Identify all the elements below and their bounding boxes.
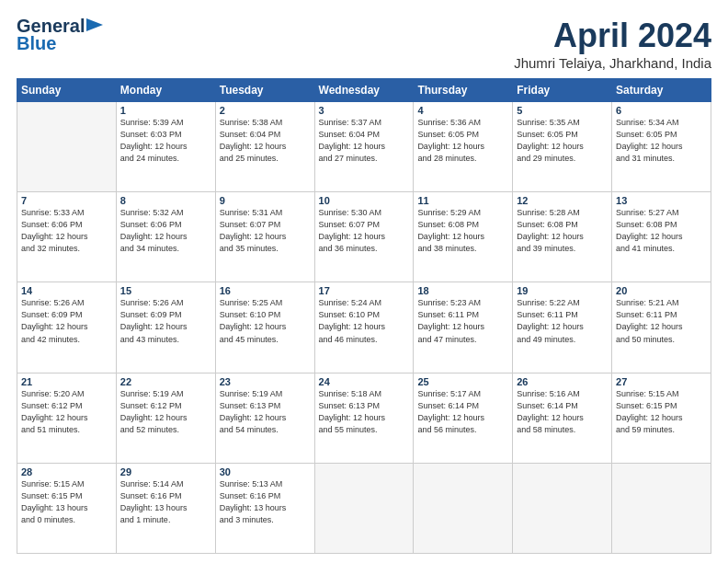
- day-number: 7: [21, 195, 112, 206]
- location: Jhumri Telaiya, Jharkhand, India: [514, 55, 711, 71]
- day-number: 30: [220, 466, 311, 477]
- day-detail: Sunrise: 5:21 AM Sunset: 6:11 PM Dayligh…: [616, 297, 707, 345]
- day-detail: Sunrise: 5:36 AM Sunset: 6:05 PM Dayligh…: [417, 117, 508, 165]
- calendar-day-cell: [513, 463, 612, 553]
- calendar-day-cell: 30Sunrise: 5:13 AM Sunset: 6:16 PM Dayli…: [215, 463, 314, 553]
- day-detail: Sunrise: 5:18 AM Sunset: 6:13 PM Dayligh…: [319, 388, 410, 436]
- calendar-day-cell: 14Sunrise: 5:26 AM Sunset: 6:09 PM Dayli…: [17, 282, 117, 373]
- calendar-day-cell: 15Sunrise: 5:26 AM Sunset: 6:09 PM Dayli…: [116, 282, 215, 373]
- weekday-header-cell: Friday: [513, 79, 612, 102]
- calendar-day-cell: 8Sunrise: 5:32 AM Sunset: 6:06 PM Daylig…: [116, 192, 215, 282]
- calendar-week-row: 21Sunrise: 5:20 AM Sunset: 6:12 PM Dayli…: [17, 373, 711, 463]
- day-detail: Sunrise: 5:23 AM Sunset: 6:11 PM Dayligh…: [417, 297, 508, 345]
- day-number: 8: [120, 195, 211, 206]
- calendar-day-cell: [612, 463, 711, 553]
- calendar-day-cell: 10Sunrise: 5:30 AM Sunset: 6:07 PM Dayli…: [314, 192, 414, 282]
- day-number: 21: [21, 376, 112, 387]
- day-detail: Sunrise: 5:34 AM Sunset: 6:05 PM Dayligh…: [616, 117, 707, 165]
- day-number: 5: [517, 105, 608, 116]
- weekday-header-cell: Saturday: [612, 79, 711, 102]
- logo-arrow-icon: [86, 18, 103, 31]
- calendar-day-cell: 7Sunrise: 5:33 AM Sunset: 6:06 PM Daylig…: [17, 192, 117, 282]
- day-detail: Sunrise: 5:15 AM Sunset: 6:15 PM Dayligh…: [21, 478, 112, 526]
- day-detail: Sunrise: 5:19 AM Sunset: 6:12 PM Dayligh…: [120, 388, 211, 436]
- day-number: 13: [616, 195, 707, 206]
- header: General Blue April 2024 Jhumri Telaiya, …: [17, 17, 711, 71]
- calendar-day-cell: 23Sunrise: 5:19 AM Sunset: 6:13 PM Dayli…: [215, 373, 314, 463]
- weekday-header-row: SundayMondayTuesdayWednesdayThursdayFrid…: [17, 79, 711, 102]
- day-number: 25: [417, 376, 508, 387]
- day-number: 12: [517, 195, 608, 206]
- calendar-body: 1Sunrise: 5:39 AM Sunset: 6:03 PM Daylig…: [17, 102, 711, 554]
- day-number: 20: [616, 285, 707, 296]
- calendar-day-cell: 9Sunrise: 5:31 AM Sunset: 6:07 PM Daylig…: [215, 192, 314, 282]
- day-detail: Sunrise: 5:39 AM Sunset: 6:03 PM Dayligh…: [120, 117, 211, 165]
- day-detail: Sunrise: 5:17 AM Sunset: 6:14 PM Dayligh…: [417, 388, 508, 436]
- day-number: 26: [517, 376, 608, 387]
- calendar-table: SundayMondayTuesdayWednesdayThursdayFrid…: [17, 78, 711, 554]
- calendar-day-cell: 29Sunrise: 5:14 AM Sunset: 6:16 PM Dayli…: [116, 463, 215, 553]
- title-block: April 2024 Jhumri Telaiya, Jharkhand, In…: [514, 17, 711, 71]
- calendar-week-row: 28Sunrise: 5:15 AM Sunset: 6:15 PM Dayli…: [17, 463, 711, 553]
- day-number: 2: [220, 105, 311, 116]
- day-number: 6: [616, 105, 707, 116]
- day-number: 24: [319, 376, 410, 387]
- day-detail: Sunrise: 5:26 AM Sunset: 6:09 PM Dayligh…: [120, 297, 211, 345]
- calendar-day-cell: 22Sunrise: 5:19 AM Sunset: 6:12 PM Dayli…: [116, 373, 215, 463]
- day-detail: Sunrise: 5:33 AM Sunset: 6:06 PM Dayligh…: [21, 207, 112, 255]
- day-number: 23: [220, 376, 311, 387]
- weekday-header-cell: Tuesday: [215, 79, 314, 102]
- svg-marker-0: [86, 18, 103, 31]
- day-number: 4: [417, 105, 508, 116]
- day-detail: Sunrise: 5:31 AM Sunset: 6:07 PM Dayligh…: [220, 207, 311, 255]
- day-detail: Sunrise: 5:25 AM Sunset: 6:10 PM Dayligh…: [220, 297, 311, 345]
- calendar-day-cell: 26Sunrise: 5:16 AM Sunset: 6:14 PM Dayli…: [513, 373, 612, 463]
- calendar-day-cell: 5Sunrise: 5:35 AM Sunset: 6:05 PM Daylig…: [513, 102, 612, 192]
- calendar-day-cell: 12Sunrise: 5:28 AM Sunset: 6:08 PM Dayli…: [513, 192, 612, 282]
- logo: General Blue: [17, 17, 103, 54]
- day-detail: Sunrise: 5:13 AM Sunset: 6:16 PM Dayligh…: [220, 478, 311, 526]
- day-number: 19: [517, 285, 608, 296]
- calendar-day-cell: 16Sunrise: 5:25 AM Sunset: 6:10 PM Dayli…: [215, 282, 314, 373]
- day-detail: Sunrise: 5:26 AM Sunset: 6:09 PM Dayligh…: [21, 297, 112, 345]
- weekday-header-cell: Wednesday: [314, 79, 414, 102]
- weekday-header-cell: Thursday: [414, 79, 513, 102]
- calendar-day-cell: 4Sunrise: 5:36 AM Sunset: 6:05 PM Daylig…: [414, 102, 513, 192]
- day-number: 11: [417, 195, 508, 206]
- day-number: 10: [319, 195, 410, 206]
- calendar-day-cell: 20Sunrise: 5:21 AM Sunset: 6:11 PM Dayli…: [612, 282, 711, 373]
- calendar-day-cell: 21Sunrise: 5:20 AM Sunset: 6:12 PM Dayli…: [17, 373, 117, 463]
- calendar-day-cell: [414, 463, 513, 553]
- day-number: 14: [21, 285, 112, 296]
- calendar-page: General Blue April 2024 Jhumri Telaiya, …: [0, 0, 728, 563]
- logo-blue: Blue: [17, 33, 56, 54]
- day-detail: Sunrise: 5:29 AM Sunset: 6:08 PM Dayligh…: [417, 207, 508, 255]
- calendar-day-cell: 28Sunrise: 5:15 AM Sunset: 6:15 PM Dayli…: [17, 463, 117, 553]
- calendar-day-cell: 13Sunrise: 5:27 AM Sunset: 6:08 PM Dayli…: [612, 192, 711, 282]
- day-detail: Sunrise: 5:28 AM Sunset: 6:08 PM Dayligh…: [517, 207, 608, 255]
- calendar-day-cell: 1Sunrise: 5:39 AM Sunset: 6:03 PM Daylig…: [116, 102, 215, 192]
- day-number: 3: [319, 105, 410, 116]
- day-number: 16: [220, 285, 311, 296]
- calendar-week-row: 1Sunrise: 5:39 AM Sunset: 6:03 PM Daylig…: [17, 102, 711, 192]
- day-number: 27: [616, 376, 707, 387]
- day-detail: Sunrise: 5:37 AM Sunset: 6:04 PM Dayligh…: [319, 117, 410, 165]
- calendar-day-cell: 3Sunrise: 5:37 AM Sunset: 6:04 PM Daylig…: [314, 102, 414, 192]
- day-detail: Sunrise: 5:24 AM Sunset: 6:10 PM Dayligh…: [319, 297, 410, 345]
- calendar-week-row: 7Sunrise: 5:33 AM Sunset: 6:06 PM Daylig…: [17, 192, 711, 282]
- day-detail: Sunrise: 5:38 AM Sunset: 6:04 PM Dayligh…: [220, 117, 311, 165]
- calendar-week-row: 14Sunrise: 5:26 AM Sunset: 6:09 PM Dayli…: [17, 282, 711, 373]
- weekday-header-cell: Sunday: [17, 79, 117, 102]
- day-number: 15: [120, 285, 211, 296]
- calendar-day-cell: 24Sunrise: 5:18 AM Sunset: 6:13 PM Dayli…: [314, 373, 414, 463]
- calendar-day-cell: 18Sunrise: 5:23 AM Sunset: 6:11 PM Dayli…: [414, 282, 513, 373]
- day-detail: Sunrise: 5:19 AM Sunset: 6:13 PM Dayligh…: [220, 388, 311, 436]
- day-number: 29: [120, 466, 211, 477]
- day-detail: Sunrise: 5:30 AM Sunset: 6:07 PM Dayligh…: [319, 207, 410, 255]
- weekday-header-cell: Monday: [116, 79, 215, 102]
- day-detail: Sunrise: 5:14 AM Sunset: 6:16 PM Dayligh…: [120, 478, 211, 526]
- day-detail: Sunrise: 5:15 AM Sunset: 6:15 PM Dayligh…: [616, 388, 707, 436]
- calendar-day-cell: 17Sunrise: 5:24 AM Sunset: 6:10 PM Dayli…: [314, 282, 414, 373]
- day-detail: Sunrise: 5:16 AM Sunset: 6:14 PM Dayligh…: [517, 388, 608, 436]
- day-detail: Sunrise: 5:32 AM Sunset: 6:06 PM Dayligh…: [120, 207, 211, 255]
